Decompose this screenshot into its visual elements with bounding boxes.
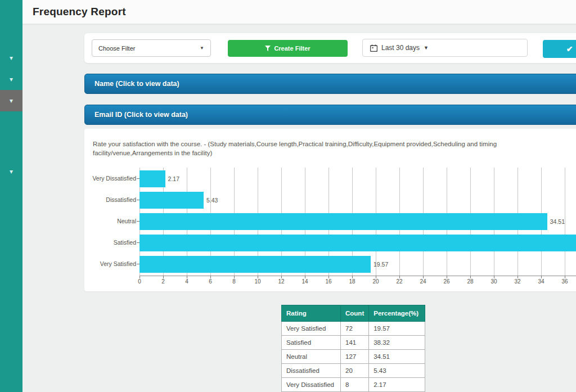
date-range-picker[interactable]: Last 30 days ▼ (362, 39, 528, 57)
x-tick-label-26: 26 (439, 278, 454, 285)
category-label: Dissatisfied (86, 196, 136, 203)
chevron-down-icon: ▾ (10, 55, 13, 61)
table-header-percentage-: Percentage(%) (369, 305, 425, 322)
x-tick-label-32: 32 (510, 278, 525, 285)
table-header-count: Count (341, 305, 369, 322)
check-icon: ✔ (566, 44, 573, 53)
bar-satisfied (140, 235, 576, 251)
x-tick-label-8: 8 (227, 278, 241, 285)
bar-value-label: 34.51 (550, 218, 565, 225)
table-row: Very Satisfied7219.57 (282, 322, 425, 336)
x-tick-label-4: 4 (179, 278, 194, 285)
chart-x-axis-line (140, 276, 576, 276)
table-cell: 127 (341, 350, 369, 364)
y-tick (137, 242, 140, 243)
calendar-icon (370, 44, 377, 52)
chevron-down-icon: ▾ (10, 76, 13, 83)
table-cell: Dissatisfied (282, 364, 341, 378)
x-tick-label-34: 34 (534, 278, 548, 285)
x-tick-label-12: 12 (274, 278, 289, 285)
x-tick-label-20: 20 (368, 278, 383, 285)
sidebar-item-0[interactable]: ▾ (0, 47, 22, 69)
bar-value-label: 2.17 (168, 175, 179, 182)
table-cell: 2.17 (369, 378, 425, 392)
table-cell: Very Dissatisfied (282, 378, 341, 392)
table-cell: 5.43 (369, 364, 425, 378)
y-tick (137, 221, 140, 222)
question-text-line1: Rate your satisfaction with the course. … (93, 141, 576, 147)
table-cell: 20 (341, 364, 369, 378)
page-header: Frequency Report (22, 0, 576, 24)
table-cell: 19.57 (369, 322, 425, 336)
sidebar-item-1[interactable]: ▾ (0, 69, 22, 90)
y-tick (137, 178, 140, 179)
apply-filter-button[interactable]: ✔ (543, 40, 576, 58)
category-label: Satisfied (86, 239, 136, 246)
gridline-x-36 (565, 168, 565, 276)
category-label: Neutral (86, 218, 136, 224)
bar-chart-plot: 2.175.4334.5119.57 (140, 168, 576, 276)
table-cell: 141 (341, 336, 369, 350)
bar-very-satisfied (140, 256, 371, 273)
y-tick (137, 200, 140, 200)
chevron-down-icon: ▾ (10, 97, 13, 104)
sidebar-nav: ▾▾▾▾ (0, 0, 22, 392)
table-row: Very Dissatisfied82.17 (282, 378, 425, 392)
create-filter-label: Create Filter (274, 45, 310, 52)
x-tick-label-36: 36 (557, 278, 572, 285)
x-tick-label-16: 16 (321, 278, 336, 285)
frequency-report-page: Frequency Report ▾▾▾▾ Choose Filter ▼ Cr… (0, 0, 576, 392)
x-tick-label-18: 18 (345, 278, 359, 285)
date-range-value: Last 30 days (381, 44, 420, 52)
page-title: Frequency Report (22, 0, 576, 18)
sidebar-item-2[interactable]: ▾ (0, 90, 22, 111)
filter-toolbar: Choose Filter ▼ Create Filter Last 30 da… (84, 33, 576, 63)
x-tick-label-14: 14 (298, 278, 312, 285)
table-cell: 72 (341, 322, 369, 336)
table-cell: 34.51 (369, 350, 425, 364)
x-tick-label-30: 30 (487, 278, 501, 285)
bar-neutral (140, 213, 547, 230)
table-cell: 8 (341, 378, 369, 392)
bar-very-dissatisfied (140, 170, 165, 187)
bar-value-label: 5.43 (206, 197, 218, 204)
x-tick-label-22: 22 (392, 278, 407, 285)
question-text-line2: facility/venue,Arrangements in the facil… (93, 150, 576, 156)
x-tick-label-28: 28 (463, 278, 478, 285)
bar-value-label: 19.57 (374, 261, 388, 268)
frequency-table: RatingCountPercentage(%) Very Satisfied7… (281, 305, 425, 392)
section-name-header[interactable]: Name (Click to view data) (84, 74, 576, 94)
x-tick-label-2: 2 (156, 278, 170, 285)
table-cell: Satisfied (282, 336, 341, 350)
table-row: Satisfied14138.32 (282, 336, 425, 350)
table-cell: Very Satisfied (282, 322, 341, 336)
table-row: Dissatisfied205.43 (282, 364, 425, 378)
table-row: Neutral12734.51 (282, 350, 425, 364)
section-name-label: Name (Click to view data) (94, 80, 179, 88)
category-label: Very Satisfied (86, 260, 136, 267)
chevron-down-icon: ▼ (424, 45, 429, 51)
bar-dissatisfied (140, 192, 204, 209)
chevron-down-icon: ▼ (200, 46, 204, 51)
table-cell: 38.32 (369, 336, 425, 350)
x-tick-label-6: 6 (203, 278, 218, 285)
frequency-table-body: Very Satisfied7219.57Satisfied14138.32Ne… (282, 322, 425, 392)
frequency-table-head: RatingCountPercentage(%) (282, 305, 425, 322)
category-label: Very Dissatisfied (86, 175, 136, 182)
y-tick (137, 264, 140, 264)
chevron-down-icon: ▾ (10, 168, 13, 175)
section-email-label: Email ID (Click to view data) (94, 111, 188, 119)
create-filter-button[interactable]: Create Filter (228, 40, 348, 57)
x-tick-label-10: 10 (250, 278, 265, 285)
choose-filter-value: Choose Filter (98, 45, 135, 52)
table-cell: Neutral (282, 350, 341, 364)
filter-funnel-icon (265, 46, 271, 51)
section-email-header[interactable]: Email ID (Click to view data) (84, 105, 576, 125)
sidebar-item-3[interactable]: ▾ (0, 161, 22, 182)
x-tick-label-0: 0 (132, 278, 147, 285)
chart-panel: Rate your satisfaction with the course. … (84, 129, 576, 291)
choose-filter-select[interactable]: Choose Filter ▼ (92, 39, 211, 57)
x-tick-label-24: 24 (416, 278, 430, 285)
table-header-rating: Rating (282, 305, 341, 322)
